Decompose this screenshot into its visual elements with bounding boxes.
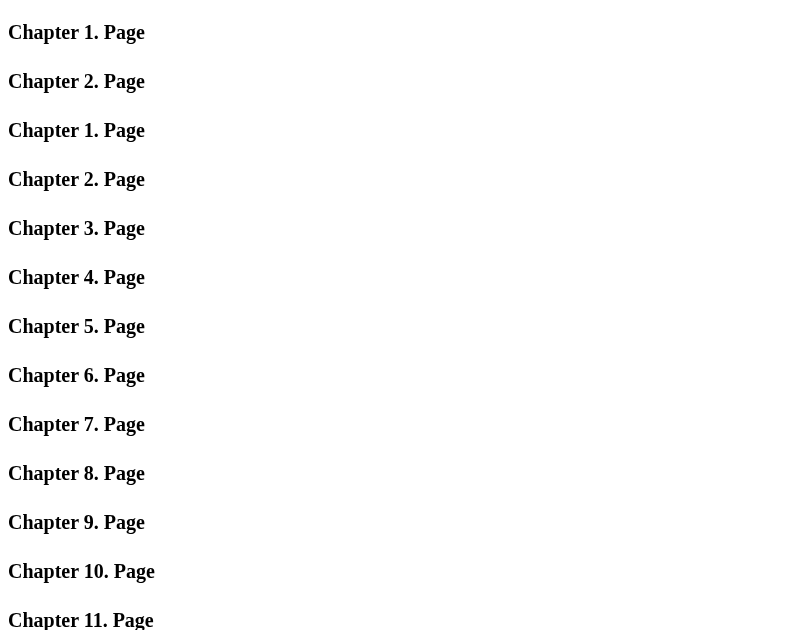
chapter-list: Chapter 1. Page Chapter 2. Page Chapter …	[8, 20, 792, 630]
chapter-heading: Chapter 10. Page	[8, 559, 792, 583]
chapter-heading: Chapter 9. Page	[8, 510, 792, 534]
chapter-heading: Chapter 3. Page	[8, 216, 792, 240]
chapter-heading: Chapter 7. Page	[8, 412, 792, 436]
chapter-heading: Chapter 6. Page	[8, 363, 792, 387]
chapter-heading: Chapter 1. Page	[8, 118, 792, 142]
chapter-heading: Chapter 4. Page	[8, 265, 792, 289]
chapter-heading: Chapter 11. Page	[8, 608, 792, 630]
chapter-heading: Chapter 2. Page	[8, 167, 792, 191]
chapter-heading: Chapter 8. Page	[8, 461, 792, 485]
chapter-heading: Chapter 1. Page	[8, 20, 792, 44]
chapter-heading: Chapter 2. Page	[8, 69, 792, 93]
chapter-heading: Chapter 5. Page	[8, 314, 792, 338]
